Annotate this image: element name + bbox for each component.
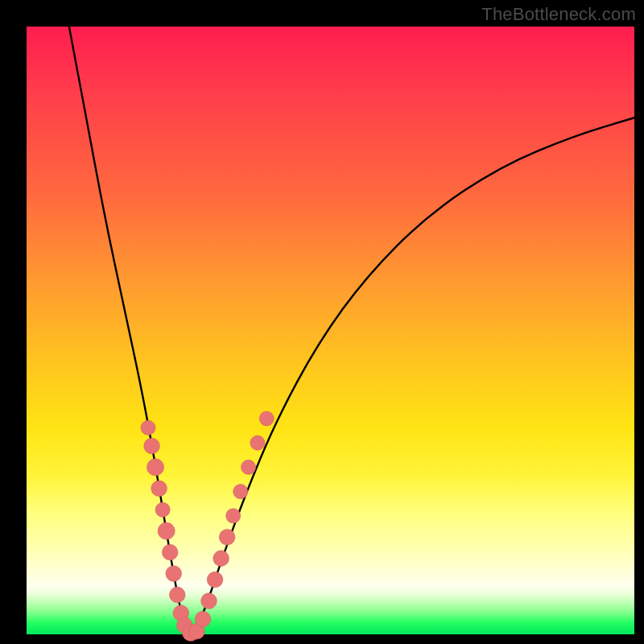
plot-area: [27, 27, 634, 634]
bottleneck-curve-path: [69, 27, 634, 630]
marker-dot: [151, 481, 167, 497]
marker-dot: [141, 420, 155, 435]
marker-dot: [219, 529, 235, 545]
marker-dot: [147, 459, 163, 476]
curve-layer: [27, 27, 634, 634]
watermark-label: TheBottleneck.com: [481, 4, 636, 25]
marker-dot: [166, 566, 182, 582]
marker-dot: [242, 460, 256, 474]
marker-dot: [169, 587, 185, 603]
marker-dot: [213, 551, 229, 567]
marker-dot: [233, 485, 248, 499]
marker-group: [141, 411, 274, 641]
marker-dot: [195, 611, 211, 627]
marker-dot: [155, 502, 170, 517]
marker-dot: [259, 411, 274, 426]
marker-dot: [226, 509, 241, 523]
marker-dot: [162, 544, 178, 560]
marker-dot: [158, 522, 175, 539]
marker-dot: [250, 436, 265, 450]
chart-frame: TheBottleneck.com: [0, 0, 644, 644]
marker-dot: [201, 593, 217, 609]
marker-dot: [144, 438, 160, 454]
marker-dot: [207, 572, 223, 588]
